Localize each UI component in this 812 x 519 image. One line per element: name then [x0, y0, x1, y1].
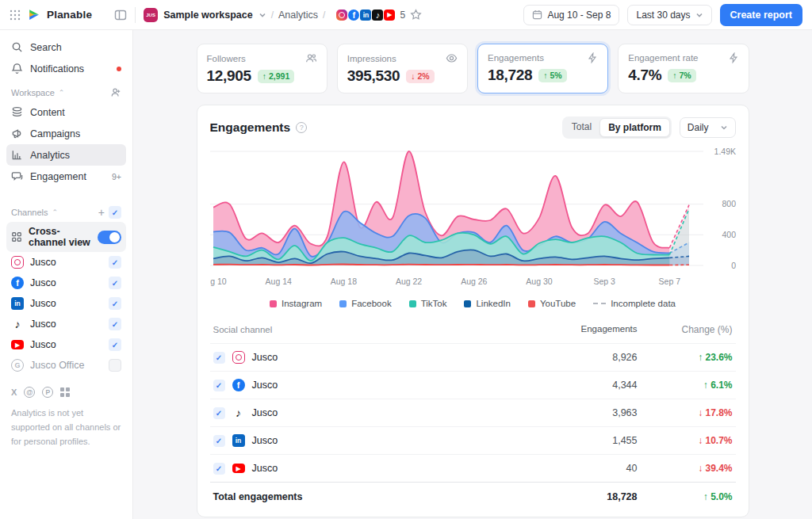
divider [135, 7, 136, 23]
channel-checkbox[interactable]: ✓ [109, 277, 121, 289]
sidebar-item-notifications[interactable]: Notifications [6, 58, 126, 79]
legend-youtube: YouTube [528, 299, 576, 308]
sidebar-item-engagement[interactable]: Engagement 9+ [6, 166, 126, 187]
card-change-badge: ↓ 2% [406, 70, 434, 83]
card-engagements[interactable]: Engagements 18,728 ↑ 5% [477, 44, 608, 93]
sidebar-item-search[interactable]: Search [6, 36, 126, 58]
sidebar-item-content[interactable]: Content [6, 101, 126, 123]
sidebar-toggle-icon[interactable] [114, 9, 127, 21]
channel-row-tiktok[interactable]: ♪ Jusco ✓ [6, 314, 126, 334]
card-impressions[interactable]: Impressions 395,530 ↓ 2% [337, 44, 468, 93]
table-row-instagram: ✓Jusco 8,926 ↑ 23.6% [210, 343, 736, 371]
legend-tiktok: TikTok [409, 299, 447, 308]
star-icon[interactable] [410, 9, 422, 21]
workspace-switcher[interactable]: JUS Sample workspace [144, 8, 266, 22]
channels-select-all-checkbox[interactable]: ✓ [109, 206, 121, 219]
svg-text:400: 400 [722, 230, 736, 239]
x-twitter-icon: X [11, 387, 17, 397]
main-area: Followers 12,905 ↑ 2,991 Impressions [133, 30, 812, 519]
bell-icon [11, 63, 23, 74]
card-change-badge: ↑ 2,991 [258, 70, 294, 83]
date-range-picker[interactable]: Aug 10 - Sep 8 [523, 5, 619, 25]
row-channel-name: Jusco [252, 435, 278, 446]
card-engagement-rate[interactable]: Engagement rate 4.7% ↑ 7% [618, 44, 749, 93]
bolt-icon [728, 52, 739, 63]
help-icon[interactable]: ? [296, 122, 307, 133]
table-header: Social channel Engagements Change (%) [210, 319, 736, 343]
invite-user-icon[interactable] [110, 87, 121, 98]
workspace-section-header[interactable]: Workspace ⌃ [6, 79, 126, 101]
table-row-tiktok: ✓♪Jusco 3,963 ↓ 17.8% [210, 399, 736, 426]
app-grid-icon[interactable] [10, 10, 21, 21]
breadcrumb-analytics[interactable]: Analytics [278, 10, 318, 21]
search-icon [11, 41, 23, 53]
channel-row-linkedin[interactable]: in Jusco ✓ [6, 293, 126, 314]
cross-channel-label: Cross-channel view [29, 226, 91, 248]
cross-channel-view-row[interactable]: Cross-channel view [6, 222, 126, 252]
youtube-icon: ▶ [232, 464, 245, 473]
card-change-badge: ↑ 5% [538, 69, 566, 82]
card-followers[interactable]: Followers 12,905 ↑ 2,991 [197, 44, 327, 93]
bolt-icon [587, 52, 598, 63]
threads-icon: @ [24, 387, 35, 398]
card-value: 12,905 [207, 67, 251, 85]
channel-checkbox[interactable]: ✓ [109, 256, 121, 269]
engagements-area-chart[interactable]: 04008001.49KAug 10Aug 14Aug 18Aug 22Aug … [210, 145, 737, 296]
sidebar: Search Notifications Workspace ⌃ Content… [0, 30, 133, 519]
sidebar-item-analytics[interactable]: Analytics [6, 144, 126, 166]
campaigns-label: Campaigns [30, 128, 121, 139]
create-report-button[interactable]: Create report [720, 4, 803, 26]
row-channel-name: Jusco [252, 380, 278, 391]
toggle-by-platform[interactable]: By platform [599, 118, 670, 137]
row-checkbox[interactable]: ✓ [213, 435, 225, 447]
channels-section-header[interactable]: Channels ⌃ + ✓ [6, 198, 126, 222]
channel-checkbox[interactable]: ✓ [109, 318, 121, 330]
row-checkbox[interactable]: ✓ [213, 407, 225, 419]
add-channel-icon[interactable]: + [98, 206, 105, 219]
top-bar: Planable JUS Sample workspace / Analytic… [0, 0, 812, 30]
row-change: ↓ 17.8% [638, 407, 733, 418]
followers-icon [305, 52, 317, 64]
tiktok-icon: ♪ [11, 318, 24, 330]
table-row-youtube: ✓▶Jusco 40 ↓ 39.4% [210, 454, 736, 482]
channel-row-google[interactable]: G Jusco Office ✓ [6, 355, 126, 376]
svg-text:Sep 3: Sep 3 [593, 277, 615, 286]
row-channel-name: Jusco [252, 407, 278, 418]
toggle-total[interactable]: Total [564, 118, 599, 137]
row-checkbox[interactable]: ✓ [213, 352, 225, 364]
view-mode-segmented-control: Total By platform [562, 116, 672, 139]
channel-name: Jusco [30, 277, 102, 288]
pinterest-icon: P [42, 387, 53, 398]
unsupported-platform-icons: X @ P [6, 376, 126, 403]
bar-chart-icon [11, 149, 23, 161]
channel-checkbox[interactable]: ✓ [109, 297, 121, 310]
card-value: 395,530 [347, 67, 400, 85]
row-change: ↓ 10.7% [638, 435, 733, 446]
channel-row-facebook[interactable]: f Jusco ✓ [6, 273, 126, 293]
chevron-down-icon [720, 124, 728, 132]
period-select[interactable]: Last 30 days [627, 5, 711, 25]
channel-row-youtube[interactable]: ▶ Jusco ✓ [6, 334, 126, 355]
channel-checkbox[interactable]: ✓ [109, 359, 121, 372]
chevron-up-icon: ⌃ [59, 89, 65, 97]
channel-checkbox[interactable]: ✓ [109, 338, 121, 351]
row-checkbox[interactable]: ✓ [213, 463, 225, 475]
card-value: 18,728 [488, 67, 532, 84]
engagements-table: Social channel Engagements Change (%) ✓J… [210, 319, 736, 509]
channels-header-label: Channels [11, 208, 48, 217]
panel-title: Engagements [210, 120, 291, 135]
facebook-icon: f [348, 10, 359, 21]
granularity-value: Daily [688, 122, 709, 133]
chevron-up-icon: ⌃ [52, 208, 58, 216]
card-value: 4.7% [628, 67, 661, 84]
brand-name: Planable [47, 9, 92, 21]
row-engagements: 4,344 [527, 380, 638, 391]
granularity-select[interactable]: Daily [680, 117, 736, 138]
sidebar-item-campaigns[interactable]: Campaigns [6, 123, 126, 144]
row-checkbox[interactable]: ✓ [213, 380, 225, 391]
breadcrumb-channel-icons[interactable]: f in ♪ ▶ [336, 8, 395, 22]
facebook-icon: f [11, 277, 24, 289]
channel-row-instagram[interactable]: Jusco ✓ [6, 252, 126, 273]
cross-channel-toggle[interactable] [98, 231, 121, 244]
analytics-label: Analytics [30, 150, 121, 161]
